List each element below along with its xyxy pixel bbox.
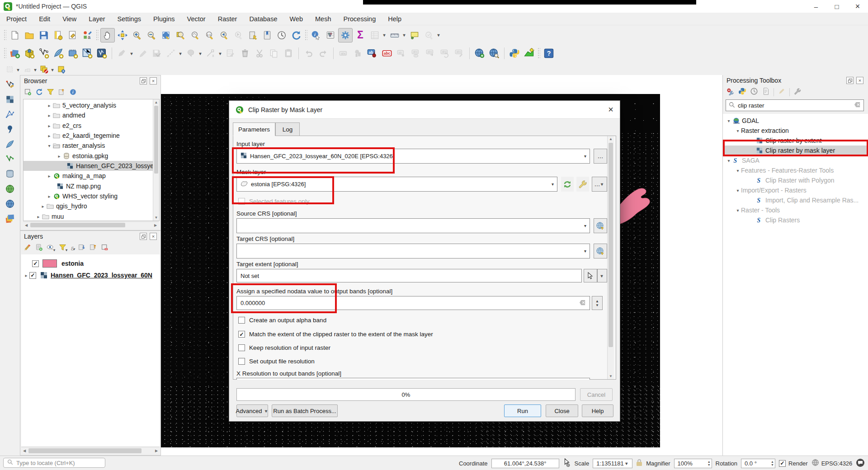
menu-raster[interactable]: Raster (218, 15, 237, 23)
show-bookmarks-button[interactable] (260, 28, 274, 42)
style-manager-button[interactable]: a (80, 28, 94, 42)
toolbox-options-button[interactable] (793, 87, 802, 97)
browser-filter-button[interactable] (47, 88, 54, 98)
browser-item-andmed[interactable]: ▸andmed (24, 110, 85, 120)
identify-features-button[interactable]: i (309, 28, 323, 42)
new-virtual-layer-button[interactable] (95, 47, 108, 60)
magnifier-spinbox[interactable]: 100%▲▼ (674, 459, 712, 468)
add-vector-tile-layer-button[interactable] (3, 212, 17, 226)
paste-features-button[interactable] (282, 47, 295, 60)
combo-dropdown-arrow[interactable]: ▾ (584, 249, 586, 254)
keep-resolution-checkbox[interactable] (238, 344, 245, 351)
menu-help[interactable]: Help (388, 15, 401, 23)
copy-features-button[interactable] (267, 47, 281, 60)
digitize-dropdown-arrow[interactable]: ▾ (178, 51, 183, 56)
change-label-button[interactable]: abc (453, 47, 466, 60)
browser-item-making-a-map[interactable]: ▸making_a_map (24, 171, 106, 181)
source-crs-combo[interactable]: ▾ (236, 218, 590, 233)
modify-attributes-button[interactable] (224, 47, 237, 60)
metasearch-add-service-button[interactable] (473, 47, 486, 60)
layers-close-button[interactable]: × (150, 233, 157, 240)
browser-item-muu[interactable]: ▸muu (24, 212, 64, 221)
add-mesh-layer-button[interactable] (3, 108, 17, 121)
add-vector-layer-button[interactable] (3, 78, 17, 91)
extent-dropdown-button[interactable]: ▾ (597, 269, 607, 282)
manage-map-themes-button[interactable]: ▾ (47, 244, 55, 253)
locate-search-box[interactable]: Type to locate (Ctrl+K) (3, 458, 105, 468)
save-project-button[interactable] (37, 28, 51, 42)
zoom-last-button[interactable] (217, 28, 231, 42)
browser-hscrollbar[interactable]: ◀ ▶ (23, 221, 159, 228)
attribute-table-dropdown-arrow[interactable]: ▾ (382, 33, 387, 38)
toolbar-grip[interactable] (4, 47, 6, 59)
menu-plugins[interactable]: Plugins (153, 15, 175, 23)
layer-checkbox[interactable]: ✓ (29, 272, 36, 279)
advanced-options-wrench-button[interactable] (576, 177, 589, 192)
geometry-checker-button[interactable] (522, 47, 536, 60)
layer-labeling-button[interactable]: ab (366, 47, 379, 60)
match-extent-checkbox[interactable]: ✓ (238, 331, 245, 338)
pan-to-selection-button[interactable] (116, 28, 129, 42)
alpha-band-checkbox-row[interactable]: Create an output alpha band (238, 317, 326, 324)
advanced-button[interactable]: Advanced▾ (236, 404, 268, 417)
vertex-tool-button[interactable]: x (204, 47, 217, 60)
target-crs-combo[interactable]: ▾ (236, 244, 590, 258)
combo-dropdown-arrow[interactable]: ▾ (552, 182, 554, 187)
refresh-map-button[interactable] (289, 28, 303, 42)
match-extent-checkbox-row[interactable]: ✓ Match the extent of the clipped raster… (238, 331, 433, 338)
label-3d-button[interactable] (351, 47, 365, 60)
toolbox-float-button[interactable] (846, 77, 854, 84)
dialog-close-icon[interactable]: × (608, 104, 613, 115)
label-toolbar-button[interactable]: abc (337, 47, 350, 60)
add-group-button[interactable] (35, 244, 43, 253)
toolbox-group-import-export-rasters[interactable]: ▾ Import/Export - Rasters (723, 185, 807, 195)
scale-combo[interactable]: 1:1351181▾ (593, 459, 632, 468)
cut-features-button[interactable] (253, 47, 266, 60)
open-layer-styling-button[interactable] (24, 244, 32, 253)
rotate-label-button[interactable]: abc (438, 47, 452, 60)
select-features-dropdown-arrow[interactable]: ▾ (15, 67, 21, 72)
collapse-all-button[interactable] (90, 244, 97, 253)
vertex-tool-dropdown-arrow[interactable]: ▾ (217, 51, 223, 56)
layer-row-estonia[interactable]: ✓ estonia (21, 258, 84, 269)
layer-checkbox[interactable]: ✓ (32, 260, 39, 267)
run-feature-action-button[interactable] (324, 28, 337, 42)
menu-processing[interactable]: Processing (344, 15, 376, 23)
crs-status-button[interactable]: EPSG:4326 (811, 459, 853, 468)
toolbar-grip[interactable] (4, 29, 6, 41)
close-button-dialog[interactable]: Close (546, 404, 578, 417)
help-button[interactable]: ? (542, 47, 556, 60)
menu-settings[interactable]: Settings (118, 15, 141, 23)
select-by-location-button[interactable] (56, 64, 67, 75)
toolbox-wrench-gear-button[interactable] (726, 87, 735, 97)
new-mesh-layer-button[interactable] (66, 47, 80, 60)
select-by-expression-dropdown-arrow[interactable]: ▾ (33, 67, 38, 72)
add-wms-layer-button[interactable] (3, 182, 17, 196)
select-by-expression-button[interactable]: ε (22, 64, 33, 75)
add-wfs-layer-button[interactable] (3, 197, 17, 211)
add-spatialite-layer-button[interactable] (3, 137, 17, 151)
redo-button[interactable] (316, 47, 330, 60)
data-source-manager-button[interactable] (8, 47, 22, 60)
add-delimited-text-layer-button[interactable] (3, 122, 17, 136)
highlight-pinned-labels-button[interactable]: abc (409, 47, 423, 60)
iterate-over-layer-button[interactable] (561, 177, 574, 192)
toolbox-close-button[interactable]: × (856, 77, 863, 84)
run-as-batch-button[interactable]: Run as Batch Process... (272, 404, 338, 417)
run-button[interactable]: Run (504, 404, 541, 417)
menu-edit[interactable]: Edit (39, 15, 50, 23)
toolbox-edit-features-button[interactable] (778, 87, 786, 97)
layer-row-hansen[interactable]: ▸ ✓ Hansen_GFC_2023_lossyear_60N (21, 270, 160, 281)
remove-layer-button[interactable] (101, 244, 108, 253)
toolbox-search-box[interactable]: clip raster (726, 99, 864, 111)
toggle-editing-button[interactable] (135, 47, 149, 60)
menu-web[interactable]: Web (289, 15, 303, 23)
zoom-full-extent-button[interactable] (159, 28, 173, 42)
zoom-native-resolution-button[interactable]: 1:1 (203, 28, 216, 42)
browser-item-estonia-gpkg[interactable]: ▸estonia.gpkg (24, 151, 108, 161)
pin-labels-button[interactable]: ab (395, 47, 408, 60)
browser-add-layer-button[interactable] (24, 88, 32, 98)
add-raster-layer-button[interactable] (3, 93, 17, 106)
python-console-button[interactable] (508, 47, 521, 60)
toolbox-group-saga[interactable]: ▾ S SAGA (723, 155, 760, 165)
